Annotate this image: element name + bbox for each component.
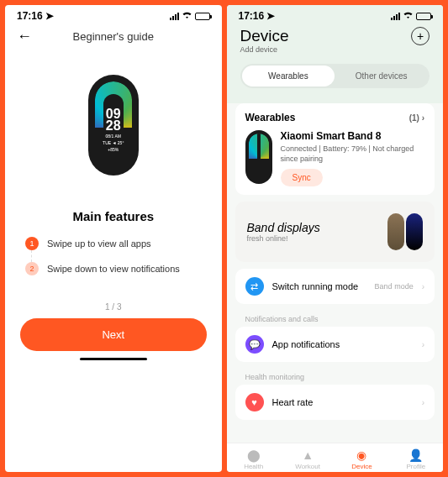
main-features-heading: Main features xyxy=(5,209,222,223)
band-illustration: 0928 08/1 AM TUE ◄ 25° +85% xyxy=(88,75,139,176)
left-screen: 17:16 ➤ ← Beginner's guide 0928 08/1 AM … xyxy=(5,5,222,472)
section-header: Health monitoring xyxy=(245,373,425,381)
header: ← Beginner's guide xyxy=(5,24,222,50)
sync-button[interactable]: Sync xyxy=(281,169,323,186)
tip-number: 1 xyxy=(25,237,39,250)
device-row[interactable]: 0928 08/1 AM Xiaomi Smart Band 8 Connect… xyxy=(245,130,425,186)
device-header: Device Add device + xyxy=(227,24,444,60)
app-notifications-item[interactable]: 💬 App notifications › xyxy=(235,327,435,362)
device-status: Connected | Battery: 79% | Not charged s… xyxy=(281,144,425,164)
tip-item: 1 Swipe up to view all apps xyxy=(25,237,202,250)
wifi-icon xyxy=(182,10,192,22)
location-icon: ➤ xyxy=(45,10,54,22)
signal-icon xyxy=(391,13,400,20)
battery-icon xyxy=(195,13,210,20)
profile-icon: 👤 xyxy=(389,448,443,462)
tab-bar: ⬤Health ▲Workout ◉Device 👤Profile xyxy=(227,443,444,472)
section-count[interactable]: (1) › xyxy=(409,113,424,123)
back-arrow-icon[interactable]: ← xyxy=(17,28,32,45)
tab-device[interactable]: ◉Device xyxy=(335,448,388,470)
right-screen: 17:16 ➤ Device Add device + Wearables Ot… xyxy=(227,5,444,472)
banner-thumbnails xyxy=(387,213,423,250)
chat-icon: 💬 xyxy=(245,335,264,354)
swap-icon: ⇄ xyxy=(245,277,264,296)
heart-rate-item[interactable]: ♥ Heart rate › xyxy=(235,385,435,420)
header-title: Beginner's guide xyxy=(73,30,154,43)
segment-control: Wearables Other devices xyxy=(240,64,430,88)
tips-list: 1 Swipe up to view all apps 2 Swipe down… xyxy=(25,237,202,287)
location-icon: ➤ xyxy=(266,10,275,22)
section-label: Wearables xyxy=(245,112,296,123)
tab-other-devices[interactable]: Other devices xyxy=(335,66,428,86)
tip-item: 2 Swipe down to view notifications xyxy=(25,262,202,275)
tab-profile[interactable]: 👤Profile xyxy=(389,448,443,470)
workout-icon: ▲ xyxy=(281,448,335,462)
next-button[interactable]: Next xyxy=(20,318,207,351)
home-indicator[interactable] xyxy=(80,358,147,360)
wearables-section: Wearables (1) › 0928 08/1 AM Xiaomi Smar… xyxy=(235,103,435,195)
status-bar: 17:16 ➤ xyxy=(5,5,222,24)
battery-icon xyxy=(416,13,431,20)
chevron-right-icon: › xyxy=(422,282,424,291)
switch-running-mode-item[interactable]: ⇄ Switch running mode Band mode › xyxy=(235,269,435,304)
tab-wearables[interactable]: Wearables xyxy=(242,66,335,86)
status-time: 17:16 xyxy=(239,10,265,22)
band-displays-banner[interactable]: Band displays fresh online! xyxy=(235,202,435,262)
device-thumbnail: 0928 08/1 AM xyxy=(245,130,272,184)
heart-icon: ♥ xyxy=(245,393,264,411)
pager: 1 / 3 xyxy=(5,302,222,312)
tab-health[interactable]: ⬤Health xyxy=(227,448,281,470)
chevron-right-icon: › xyxy=(422,340,424,349)
chevron-right-icon: › xyxy=(422,398,424,407)
device-name: Xiaomi Smart Band 8 xyxy=(281,130,425,142)
add-device-button[interactable]: + xyxy=(411,27,430,45)
tab-workout[interactable]: ▲Workout xyxy=(281,448,335,470)
status-bar: 17:16 ➤ xyxy=(227,5,444,24)
section-header: Notifications and calls xyxy=(245,315,425,323)
page-subtitle: Add device xyxy=(240,45,289,54)
tip-number: 2 xyxy=(25,262,39,275)
banner-subtitle: fresh online! xyxy=(247,234,320,243)
signal-icon xyxy=(170,13,179,20)
wifi-icon xyxy=(403,10,414,22)
page-title: Device xyxy=(240,27,289,45)
status-time: 17:16 xyxy=(17,10,43,22)
banner-title: Band displays xyxy=(247,221,320,234)
health-icon: ⬤ xyxy=(227,448,281,462)
device-icon: ◉ xyxy=(335,448,388,462)
